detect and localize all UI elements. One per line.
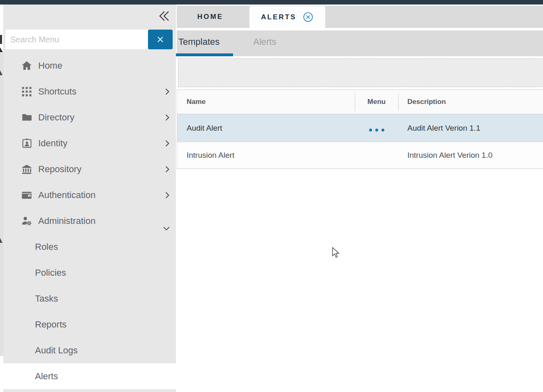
row-description-cell: Intrusion Alert Verion 1.0 [398,151,543,160]
column-header-name[interactable]: Name [177,90,355,114]
table-header: Name Menu Description [177,90,543,114]
top-bar [0,0,543,5]
tab-home-label: HOME [197,13,223,21]
column-header-description[interactable]: Description [398,90,543,114]
row-name-cell: Audit Alert [177,124,355,133]
app-screen: HOME ALERTS Templates Alerts [0,0,543,392]
column-separator [355,94,355,111]
sidebar-item-label: Shortcuts [38,86,76,97]
chevron-right-icon [164,191,171,199]
sidebar: Home Shortcuts [3,5,176,392]
folder-icon [21,111,33,124]
active-subtab-indicator [176,53,233,56]
sidebar-item-label: Administration [38,216,95,226]
clear-search-button[interactable] [148,30,173,49]
subtab-bar: Templates Alerts [177,30,543,56]
id-card-icon [21,137,33,150]
row-description-cell: Audit Alert Verion 1.1 [398,124,543,133]
templates-table: Name Menu Description Audit Alert Audit … [177,90,543,169]
sidebar-item-label: Repository [38,164,81,175]
subtab-alerts[interactable]: Alerts [253,30,276,53]
user-gear-icon [21,215,33,227]
close-icon [156,35,164,44]
background-fragment [0,35,2,44]
column-header-menu[interactable]: Menu [355,90,398,114]
chevron-right-icon [164,166,171,173]
sidebar-item-label: Reports [35,319,67,330]
row-name-cell: Intrusion Alert [177,151,355,160]
sidebar-item-label: Directory [38,112,74,123]
ellipsis-menu-icon[interactable] [369,129,384,131]
subtab-templates[interactable]: Templates [178,30,220,53]
subtab-templates-label: Templates [178,37,220,47]
sidebar-item-administration[interactable]: Administration [3,208,176,234]
sidebar-item-label: Home [38,60,62,71]
main-area: HOME ALERTS Templates Alerts [176,5,543,392]
home-icon [21,60,33,72]
sidebar-item-audit-logs[interactable]: Audit Logs [3,337,176,363]
background-fragment [0,47,3,52]
sidebar-item-alerts[interactable]: Alerts [3,363,176,389]
table-row[interactable]: Intrusion Alert Intrusion Alert Verion 1… [177,142,543,169]
tab-alerts-label: ALERTS [261,13,296,21]
collapse-sidebar-icon[interactable] [158,10,170,22]
tab-bar: HOME ALERTS [177,6,543,28]
background-page-sliver [0,5,3,392]
sidebar-item-policies[interactable]: Policies [3,260,176,286]
sidebar-item-reports[interactable]: Reports [3,311,176,337]
sidebar-item-label: Audit Logs [35,345,78,356]
sidebar-item-identity[interactable]: Identity [3,130,176,156]
table-row[interactable]: Audit Alert Audit Alert Verion 1.1 [177,114,543,142]
column-separator [398,94,399,111]
chevron-right-icon [164,114,171,121]
sidebar-item-roles[interactable]: Roles [3,234,176,260]
sidebar-item-authentication[interactable]: Authentication [3,182,176,208]
sidebar-item-label: Roles [35,242,58,252]
close-tab-icon[interactable] [303,12,314,23]
sidebar-item-home[interactable]: Home [3,53,176,78]
subtab-alerts-label: Alerts [253,37,276,47]
sidebar-item-tasks[interactable]: Tasks [3,286,176,311]
tab-home[interactable]: HOME [186,6,235,28]
sidebar-nav: Home Shortcuts [3,53,176,389]
sidebar-item-repository[interactable]: Repository [3,156,176,182]
sidebar-item-directory[interactable]: Directory [3,104,176,130]
sidebar-item-label: Policies [35,267,66,278]
sidebar-header [3,5,176,27]
chevron-right-icon [164,140,171,147]
row-menu-cell [355,125,398,131]
sidebar-search [5,30,173,49]
search-input[interactable] [5,30,148,49]
wallet-icon [21,189,33,201]
sidebar-item-label: Tasks [35,293,58,304]
background-fragment [0,53,3,356]
bank-icon [21,163,33,175]
sidebar-item-label: Alerts [35,371,58,382]
chevron-down-icon [162,225,170,232]
toolbar-dropzone [178,58,543,87]
sidebar-item-label: Identity [38,138,67,149]
mouse-cursor [331,247,340,258]
grid-icon [21,85,33,98]
tab-alerts[interactable]: ALERTS [250,6,325,28]
sidebar-item-shortcuts[interactable]: Shortcuts [3,78,176,104]
sidebar-item-label: Authentication [38,190,95,201]
chevron-right-icon [164,88,171,95]
